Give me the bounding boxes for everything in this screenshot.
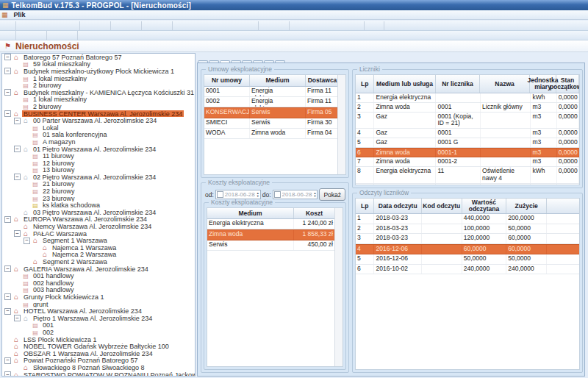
table-row[interactable]: 5 Gaz 0001 G m3 0,0000: [356, 138, 579, 148]
tree-item[interactable]: LSS Płock Mickiewicza 1: [2, 336, 195, 343]
tools-icon[interactable]: [233, 21, 244, 30]
date-to-input[interactable]: 2018-06-28 ▲▼: [273, 190, 318, 199]
tree-expander-icon[interactable]: [14, 315, 21, 321]
tree-item[interactable]: 02 Piętro Warszawa Al. Jerozolimskie 234: [2, 174, 195, 181]
date-from-checkbox[interactable]: [217, 191, 223, 198]
tree-expander-icon[interactable]: [4, 54, 11, 60]
table-icon[interactable]: [77, 31, 94, 40]
tree-item[interactable]: 003 handlowy: [2, 287, 195, 294]
tree-item[interactable]: A magazyn: [2, 138, 195, 146]
save-print-icon[interactable]: [96, 21, 107, 30]
window-list-icon[interactable]: [1, 21, 12, 30]
bank-icon[interactable]: [275, 21, 286, 30]
table-row[interactable]: 7 Zimna woda 0001-2 m3 0,0000: [356, 157, 579, 167]
doc-red-icon[interactable]: [350, 21, 361, 30]
column-header[interactable]: Dostawca: [306, 75, 340, 86]
column-header[interactable]: Medium: [250, 75, 306, 86]
tree-item[interactable]: OBSZAR 1 Warszawa Al. Jerozolimskie 234: [2, 350, 195, 357]
clock-icon[interactable]: [244, 21, 255, 30]
report-icon[interactable]: [110, 21, 127, 30]
date-to-spinner[interactable]: ▲▼: [313, 192, 316, 198]
tree-item[interactable]: BUSINESS CENTER Warszawa Al. Jerozolimsk…: [2, 110, 195, 118]
tree-item[interactable]: EUROPA Warszawa Al. Jerozolimskie 234: [2, 216, 195, 224]
column-header[interactable]: Zużycie: [506, 199, 547, 213]
tree-expander-icon[interactable]: [24, 238, 30, 244]
invoice-icon[interactable]: [289, 21, 306, 30]
column-header[interactable]: Medium lub usługa: [374, 75, 436, 93]
tree-item[interactable]: 2 biurowy: [2, 103, 195, 110]
table-row[interactable]: 6 Zimna woda 0001-1 m3 0,0000: [356, 148, 579, 158]
tree-expander-icon[interactable]: [4, 89, 11, 96]
table-row[interactable]: Serwis 450,00 zł: [207, 240, 343, 251]
tree-item[interactable]: Segment 2 Warszawa: [2, 258, 195, 265]
tree-expander-icon[interactable]: [4, 110, 11, 117]
table-row[interactable]: 0001 Energia elektryczna Firma 11: [204, 87, 345, 97]
table-row[interactable]: SMIECI Serwis Firma 30: [204, 118, 345, 129]
tree-item[interactable]: 03 Piętro Warszawa Al. Jerozolimskie 234: [2, 209, 195, 216]
document-icon[interactable]: [172, 21, 189, 30]
tree-item[interactable]: 1 lokal mieszkalny: [2, 96, 195, 104]
table-row[interactable]: Energia elektryczna 1 240,00 zł: [207, 219, 343, 229]
tree-item[interactable]: Niemcy Warszawa Al. Jerozolimskie 234: [2, 223, 195, 230]
catalog-icon[interactable]: [63, 31, 74, 40]
chat-icon[interactable]: [384, 21, 401, 30]
column-header[interactable]: Wartość odczytana: [462, 199, 507, 213]
tree-expander-icon[interactable]: [4, 68, 11, 74]
documents-stack-icon[interactable]: [200, 21, 211, 30]
money-icon[interactable]: [127, 21, 138, 30]
table-row[interactable]: 8 Energia elektryczna 11 Oświetlenie naw…: [356, 167, 579, 184]
column-header[interactable]: Nr umowy: [204, 75, 250, 86]
tree-item[interactable]: Lokal: [2, 124, 195, 132]
doc-lock-icon[interactable]: [339, 21, 350, 30]
table-row[interactable]: 5 2016-12-06 50,0000 50,0000: [356, 254, 579, 265]
tree-item[interactable]: 002 handlowy: [2, 279, 195, 287]
search-icon[interactable]: [15, 31, 32, 40]
stats-icon[interactable]: [317, 21, 328, 30]
tree-expander-icon[interactable]: [4, 357, 11, 364]
table-row[interactable]: 2 Zimna woda 0001 Licznik główny m3 0,00…: [356, 103, 579, 113]
pokaz-button[interactable]: Pokaż: [319, 188, 345, 201]
tree-item[interactable]: 12 biurowy: [2, 160, 195, 167]
tree-item[interactable]: Grunty Płock Mickiewicza 1: [2, 293, 195, 301]
menu-item-plik[interactable]: Plik: [11, 11, 29, 18]
plan-icon[interactable]: [54, 21, 65, 30]
document-refresh-icon[interactable]: [189, 21, 200, 30]
person-alert-icon[interactable]: [328, 21, 339, 30]
column-header[interactable]: Nazwa: [480, 75, 530, 93]
table-row[interactable]: 4 Gaz 0001 m3 0,0000: [356, 129, 579, 138]
card-icon[interactable]: [94, 31, 105, 40]
tree-item[interactable]: Budynek mieszkalny - KAMIENICA Łęczyca K…: [2, 89, 195, 96]
tree-expander-icon[interactable]: [14, 146, 21, 152]
table-row[interactable]: 3 Gaz 0001 (Kopia, ID = 21) m3 0,0000: [356, 113, 579, 129]
tree-item[interactable]: Budynek mieszkalno-użytkowy Płock Mickie…: [2, 68, 195, 75]
tree-expander-icon[interactable]: [4, 371, 11, 377]
tree-item[interactable]: 001 handlowy: [2, 272, 195, 279]
tree-item[interactable]: STAROSTWO POWIATOW W POZNANIU Poznań Jac…: [2, 371, 195, 377]
gallery-icon[interactable]: [65, 21, 76, 30]
tree-expander-icon[interactable]: [14, 118, 21, 124]
keyboard-icon[interactable]: [46, 31, 63, 40]
tree-item[interactable]: 1 lokal mieszkalny: [2, 75, 195, 82]
column-header[interactable]: Data odczytu: [374, 199, 422, 213]
tree-item[interactable]: 21 biurowy: [2, 181, 195, 188]
tree-item[interactable]: GALERIA Warszawa Al. Jerozolimskie 234: [2, 265, 195, 273]
registry-icon[interactable]: [43, 21, 54, 30]
tree-item[interactable]: Piętro 1 Warszawa Al. Jerozolimskie 234: [2, 315, 195, 322]
tree-expander-icon[interactable]: [4, 308, 11, 315]
table-row[interactable]: 6 2016-10-02 240,0000 240,0000: [356, 265, 579, 275]
umowy-scrollbar[interactable]: [337, 75, 345, 174]
building-icon[interactable]: [32, 21, 43, 30]
notebook-icon[interactable]: [222, 21, 233, 30]
tree-item[interactable]: Powiat Poznański Poznań Batorego 57: [2, 357, 195, 365]
tree-item[interactable]: ks klatka schodowa: [2, 202, 195, 209]
tree-expander-icon[interactable]: [4, 216, 11, 223]
column-header[interactable]: Medium: [207, 208, 294, 218]
tree-item[interactable]: grunt: [2, 301, 195, 308]
table-row[interactable]: Zimna woda 1 858,33 zł: [207, 229, 343, 240]
table-row[interactable]: 3 2018-03-23 120,0000 60,0000: [356, 234, 579, 244]
tree-item[interactable]: NOBEL TOWER Gdańsk Wybrzeże Bałtyckie 10…: [2, 343, 195, 350]
tree-expander-icon[interactable]: [4, 265, 11, 272]
table-row[interactable]: 1 Energia elektryczna kWh 0,0000: [356, 93, 579, 103]
table-row[interactable]: 2 2018-03-23 100,0000 50,0000: [356, 224, 579, 235]
tree-item[interactable]: 22 biurowy: [2, 188, 195, 195]
